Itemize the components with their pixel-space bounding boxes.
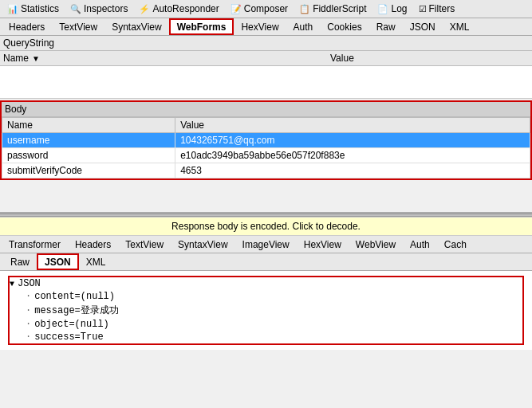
top-tab-bar: 📊 Statistics 🔍 Inspectors ⚡ AutoResponde…: [0, 0, 532, 18]
inspectors-icon: 🔍: [70, 4, 81, 14]
body-row-value: 1043265751@qq.com: [175, 133, 530, 148]
body-row-value: 4653: [175, 163, 530, 178]
body-row-value: e10adc3949ba59abbe56e057f20f883e: [175, 148, 530, 163]
qs-value-header: Value: [330, 53, 529, 64]
composer-icon: 📝: [231, 4, 242, 14]
table-row[interactable]: username1043265751@qq.com: [2, 133, 530, 148]
log-icon: 📄: [377, 4, 388, 14]
tab-statistics-label: Statistics: [21, 3, 59, 14]
lower-tab-webview[interactable]: WebView: [349, 236, 403, 253]
qs-name-header: Name ▼: [3, 53, 330, 64]
querystring-section: QueryString Name ▼ Value: [0, 36, 532, 99]
tab-textview[interactable]: TextView: [52, 18, 104, 35]
json-child-node[interactable]: success=True: [26, 331, 522, 343]
lower-tab-hexview[interactable]: HexView: [297, 236, 349, 253]
fiddlerscript-icon: 📋: [299, 4, 310, 14]
tab-composer-label: Composer: [244, 3, 288, 14]
lower-tab-textview[interactable]: TextView: [118, 236, 171, 253]
lower-tab-imageview[interactable]: ImageView: [235, 236, 297, 253]
tab-autoresponder[interactable]: ⚡ AutoResponder: [133, 0, 224, 18]
lower-sub-tab-json[interactable]: JSON: [37, 253, 79, 270]
body-section: Body Name Value username1043265751@qq.co…: [0, 100, 532, 180]
json-tree-view: ▼ JSON content=(null)message=登录成功object=…: [0, 271, 532, 350]
tab-filters[interactable]: ☑ Filters: [413, 0, 461, 18]
tab-cookies[interactable]: Cookies: [320, 18, 368, 35]
lower-tab-headers[interactable]: Headers: [68, 236, 118, 253]
json-root-label: JSON: [18, 278, 41, 289]
table-row[interactable]: passworde10adc3949ba59abbe56e057f20f883e: [2, 148, 530, 163]
sub-tab-bar: Headers TextView SyntaxView WebForms Hex…: [0, 18, 532, 36]
tab-filters-label: Filters: [429, 3, 455, 14]
tab-statistics[interactable]: 📊 Statistics: [2, 0, 65, 18]
tab-log-label: Log: [391, 3, 407, 14]
json-root-node[interactable]: ▼ JSON: [10, 277, 522, 290]
lower-sub-tab-raw[interactable]: Raw: [3, 253, 37, 270]
querystring-header-row: Name ▼ Value: [0, 51, 532, 66]
tab-headers[interactable]: Headers: [2, 18, 52, 35]
body-row-name: password: [2, 148, 175, 163]
lower-sub-tab-xml[interactable]: XML: [79, 253, 113, 270]
tab-inspectors-label: Inspectors: [84, 3, 128, 14]
tab-xml[interactable]: XML: [443, 18, 477, 35]
expand-icon[interactable]: ▼: [10, 280, 14, 288]
tab-fiddlerscript-label: FiddlerScript: [313, 3, 366, 14]
tab-syntaxview[interactable]: SyntaxView: [104, 18, 168, 35]
json-child-node[interactable]: message=登录成功: [26, 303, 522, 318]
autoresponder-icon: ⚡: [139, 4, 150, 14]
json-child-node[interactable]: content=(null): [26, 290, 522, 303]
statistics-icon: 📊: [7, 4, 18, 14]
lower-tab-cach[interactable]: Cach: [437, 236, 474, 253]
qs-dropdown-arrow[interactable]: ▼: [32, 54, 40, 63]
tab-autoresponder-label: AutoResponder: [152, 3, 219, 14]
tab-hexview[interactable]: HexView: [234, 18, 286, 35]
body-row-name: username: [2, 133, 175, 148]
body-value-col-header: Value: [175, 118, 530, 133]
tab-json[interactable]: JSON: [403, 18, 443, 35]
tab-composer[interactable]: 📝 Composer: [225, 0, 294, 18]
tab-webforms[interactable]: WebForms: [169, 18, 234, 35]
lower-sub-tab-bar: Raw JSON XML: [0, 253, 532, 271]
lower-tab-auth[interactable]: Auth: [403, 236, 437, 253]
encode-notice[interactable]: Response body is encoded. Click to decod…: [0, 217, 532, 236]
table-row[interactable]: submitVerifyCode4653: [2, 163, 530, 178]
json-child-node[interactable]: object=(null): [26, 318, 522, 331]
tab-inspectors[interactable]: 🔍 Inspectors: [65, 0, 133, 18]
body-section-header: Body: [2, 102, 530, 117]
body-row-name: submitVerifyCode: [2, 163, 175, 178]
lower-pane: Response body is encoded. Click to decod…: [0, 217, 532, 350]
lower-tab-syntaxview[interactable]: SyntaxView: [171, 236, 234, 253]
querystring-label: QueryString: [0, 36, 532, 51]
tab-log[interactable]: 📄 Log: [372, 0, 412, 18]
json-children: content=(null)message=登录成功object=(null)s…: [10, 290, 522, 343]
upper-pane: Headers TextView SyntaxView WebForms Hex…: [0, 18, 532, 214]
tab-fiddlerscript[interactable]: 📋 FiddlerScript: [294, 0, 372, 18]
json-tree-border: ▼ JSON content=(null)message=登录成功object=…: [8, 276, 524, 345]
tab-auth[interactable]: Auth: [286, 18, 321, 35]
filters-icon: ☑: [419, 4, 427, 14]
body-table: Name Value username1043265751@qq.compass…: [2, 117, 530, 178]
lower-tab-bar: Transformer Headers TextView SyntaxView …: [0, 236, 532, 253]
lower-tab-transformer[interactable]: Transformer: [2, 236, 68, 253]
querystring-table-area: [0, 66, 532, 98]
body-name-col-header: Name: [2, 118, 175, 133]
tab-raw[interactable]: Raw: [369, 18, 403, 35]
